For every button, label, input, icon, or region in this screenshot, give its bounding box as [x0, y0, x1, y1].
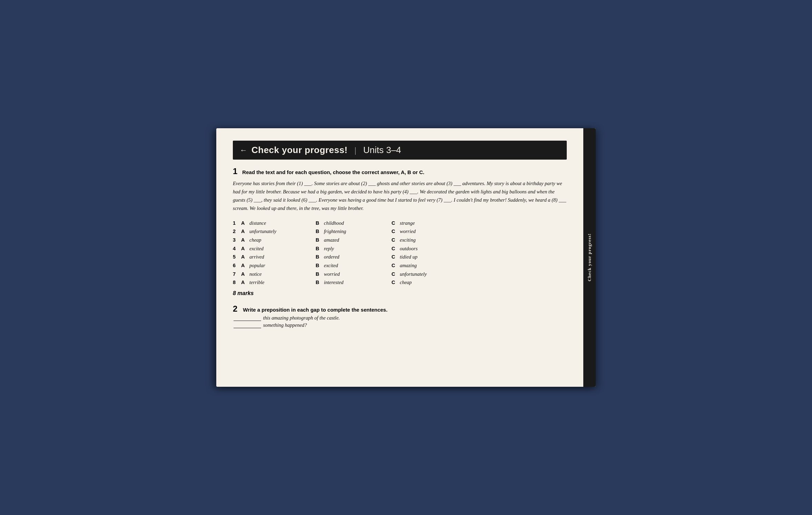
choice-7b: B worried: [316, 270, 385, 279]
marks-label: 8 marks: [233, 290, 567, 296]
choice-6a: 6 A popular: [233, 261, 309, 270]
choice-1c: C strange: [392, 219, 467, 228]
choice-4a: 4 A excited: [233, 244, 309, 253]
col-a: 1 A distance 2 A unfortunately 3 A cheap: [233, 219, 309, 287]
section2: 2 Write a preposition in each gap to com…: [233, 304, 567, 314]
col-b: B childhood B frightening B amazed B rep…: [316, 219, 385, 287]
choice-1a: 1 A distance: [233, 219, 309, 228]
choice-3a: 3 A cheap: [233, 236, 309, 244]
choice-7a: 7 A notice: [233, 270, 309, 279]
choice-3c: C exciting: [392, 236, 467, 244]
arrow-icon: ←: [240, 146, 247, 155]
header-units: Units 3–4: [363, 145, 401, 155]
choices-grid: 1 A distance 2 A unfortunately 3 A cheap: [233, 219, 567, 287]
side-tab-text: Check your progress!: [587, 233, 592, 281]
section2-line1: this amazing photograph of the castle.: [233, 315, 567, 321]
choice-8c: C cheap: [392, 278, 467, 287]
choice-8b: B interested: [316, 278, 385, 287]
blank-2: [234, 328, 261, 328]
section2-line2: something happened?: [233, 322, 567, 328]
choice-4b: B reply: [316, 244, 385, 253]
choice-2b: B frightening: [316, 227, 385, 236]
choice-5c: C tidied up: [392, 253, 467, 261]
side-tab: Check your progress!: [583, 128, 596, 387]
choice-2c: C worried: [392, 227, 467, 236]
blank-1: [234, 321, 261, 321]
reading-passage: Everyone has stories from their (1) ___.…: [233, 180, 567, 213]
choice-8a: 8 A terrible: [233, 278, 309, 287]
choice-1b: B childhood: [316, 219, 385, 228]
choice-5a: 5 A arrived: [233, 253, 309, 261]
choice-4c: C outdoors: [392, 244, 467, 253]
section1: 1 Read the text and for each question, c…: [233, 166, 567, 296]
section2-instruction: Write a preposition in each gap to compl…: [243, 307, 387, 313]
book-container: ← Check your progress! | Units 3–4 1 Rea…: [216, 128, 596, 387]
choice-3b: B amazed: [316, 236, 385, 244]
choice-6b: B excited: [316, 261, 385, 270]
choice-6c: C amazing: [392, 261, 467, 270]
section1-number: 1: [233, 166, 237, 176]
col-c: C strange C worried C exciting C outdoor…: [392, 219, 467, 287]
header-divider: |: [355, 145, 356, 155]
header-title: Check your progress!: [251, 145, 348, 155]
section1-instruction: Read the text and for each question, cho…: [242, 169, 424, 175]
choice-2a: 2 A unfortunately: [233, 227, 309, 236]
section-header: ← Check your progress! | Units 3–4: [233, 141, 567, 160]
page-content: ← Check your progress! | Units 3–4 1 Rea…: [216, 128, 583, 387]
choice-5b: B ordered: [316, 253, 385, 261]
section2-number: 2: [233, 304, 237, 314]
choice-7c: C unfortunately: [392, 270, 467, 279]
